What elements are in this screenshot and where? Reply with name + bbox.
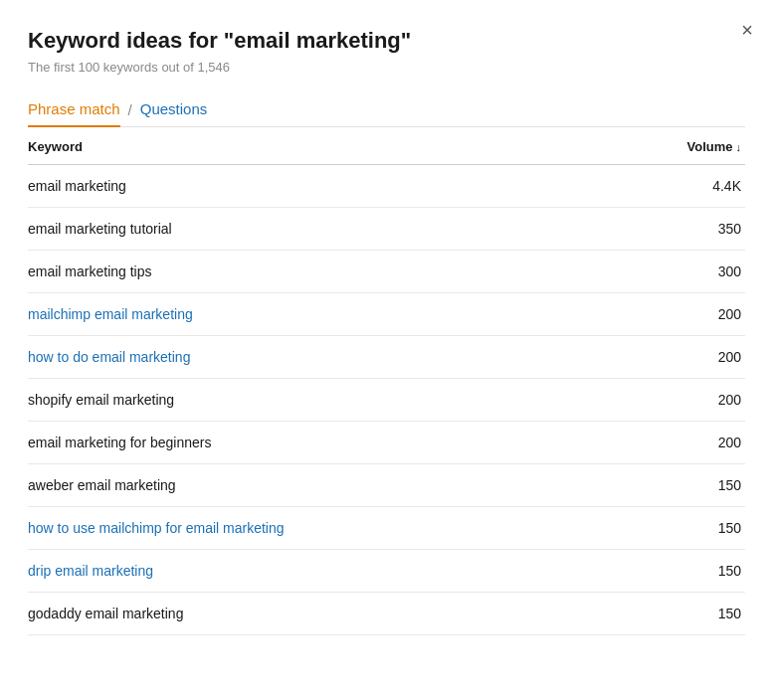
keyword-cell: how to use mailchimp for email marketing [28,507,613,550]
volume-cell: 350 [613,208,745,251]
keyword-link[interactable]: drip email marketing [28,563,153,579]
close-button[interactable]: × [741,20,753,40]
table-row: aweber email marketing150 [28,464,745,507]
table-header-row: Keyword Volume↓ [28,127,745,165]
keyword-cell: godaddy email marketing [28,593,613,635]
keyword-cell: email marketing tips [28,251,613,293]
volume-cell: 300 [613,251,745,293]
table-row: mailchimp email marketing200 [28,293,745,336]
sort-icon: ↓ [736,141,742,153]
volume-column-header[interactable]: Volume↓ [613,127,745,165]
keyword-text: aweber email marketing [28,477,176,493]
keywords-table: Keyword Volume↓ email marketing4.4Kemail… [28,127,745,635]
keyword-link[interactable]: how to use mailchimp for email marketing [28,520,285,536]
volume-cell: 4.4K [613,165,745,208]
keyword-cell: email marketing tutorial [28,208,613,251]
table-row: godaddy email marketing150 [28,593,745,635]
table-row: how to use mailchimp for email marketing… [28,507,745,550]
volume-cell: 200 [613,336,745,379]
tabs-container: Phrase match / Questions [28,92,745,127]
table-row: how to do email marketing200 [28,336,745,379]
keyword-text: email marketing tutorial [28,221,172,237]
table-row: drip email marketing150 [28,550,745,593]
table-row: email marketing for beginners200 [28,422,745,464]
keyword-cell: email marketing for beginners [28,422,613,464]
keyword-link[interactable]: mailchimp email marketing [28,306,193,322]
table-row: email marketing tutorial350 [28,208,745,251]
volume-cell: 150 [613,464,745,507]
volume-cell: 200 [613,422,745,464]
volume-cell: 150 [613,550,745,593]
keyword-text: email marketing [28,178,126,194]
keyword-cell: email marketing [28,165,613,208]
keyword-cell: shopify email marketing [28,379,613,422]
subtitle: The first 100 keywords out of 1,546 [28,60,745,75]
keyword-cell: drip email marketing [28,550,613,593]
keyword-text: email marketing tips [28,263,152,279]
tab-phrase-match[interactable]: Phrase match [28,92,120,127]
keyword-cell: how to do email marketing [28,336,613,379]
keyword-text: email marketing for beginners [28,435,211,450]
keyword-link[interactable]: how to do email marketing [28,349,190,365]
volume-cell: 200 [613,293,745,336]
keyword-column-header: Keyword [28,127,613,165]
keyword-cell: mailchimp email marketing [28,293,613,336]
modal: × Keyword ideas for "email marketing" Th… [0,0,773,700]
table-row: email marketing tips300 [28,251,745,293]
keyword-text: shopify email marketing [28,392,174,408]
tab-questions[interactable]: Questions [140,92,208,127]
keyword-cell: aweber email marketing [28,464,613,507]
page-title: Keyword ideas for "email marketing" [28,28,745,54]
table-row: shopify email marketing200 [28,379,745,422]
table-row: email marketing4.4K [28,165,745,208]
keyword-text: godaddy email marketing [28,606,183,621]
volume-cell: 150 [613,593,745,635]
tab-separator: / [128,101,132,118]
volume-cell: 150 [613,507,745,550]
volume-cell: 200 [613,379,745,422]
